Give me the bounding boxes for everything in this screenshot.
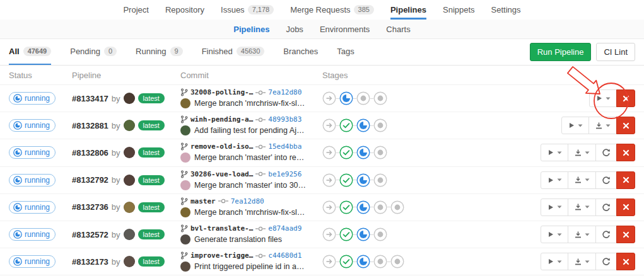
avatar[interactable] xyxy=(124,120,135,131)
stage-skipped-arrow-icon[interactable] xyxy=(322,173,336,187)
avatar[interactable] xyxy=(124,147,135,158)
pipeline-id-link[interactable]: #8133417 xyxy=(72,94,108,103)
stage-passed-check-icon[interactable] xyxy=(339,200,353,214)
stage-passed-check-icon[interactable] xyxy=(339,173,353,187)
stage-created-dot-icon[interactable] xyxy=(356,91,370,105)
commit-sha-link[interactable]: 15ed4bba xyxy=(268,142,302,151)
stage-running-icon[interactable] xyxy=(356,255,370,268)
commit-sha-link[interactable]: c44680d1 xyxy=(268,251,302,260)
play-dropdown-button[interactable] xyxy=(541,198,568,216)
branch-link[interactable]: 30286-vue-load… xyxy=(190,170,253,178)
retry-pipeline-button[interactable] xyxy=(595,198,617,216)
stage-running-icon[interactable] xyxy=(356,146,370,159)
tab-tags[interactable]: Tags xyxy=(337,39,354,65)
cancel-pipeline-button[interactable] xyxy=(616,117,635,134)
ci-lint-button[interactable]: CI Lint xyxy=(596,43,635,61)
subnav-item-jobs[interactable]: Jobs xyxy=(286,25,303,34)
branch-link[interactable]: winh-pending-a… xyxy=(190,115,253,124)
stage-created-dot-icon[interactable] xyxy=(373,173,387,187)
subnav-item-charts[interactable]: Charts xyxy=(386,25,410,34)
stage-skipped-arrow-icon[interactable] xyxy=(322,200,336,214)
download-artifacts-dropdown-button[interactable] xyxy=(568,198,596,216)
avatar[interactable] xyxy=(124,175,135,186)
stage-created-dot-icon[interactable] xyxy=(373,118,387,132)
commit-message-link[interactable]: Merge branch 'mrchrisw-fix-sl… xyxy=(194,208,305,217)
branch-link[interactable]: bvl-translate-… xyxy=(190,224,253,233)
stage-skipped-arrow-icon[interactable] xyxy=(322,118,336,132)
pipeline-id-link[interactable]: #8132173 xyxy=(72,257,108,267)
status-badge-running[interactable]: running xyxy=(9,174,56,187)
stage-passed-check-icon[interactable] xyxy=(339,146,353,159)
commit-author-avatar[interactable] xyxy=(180,262,190,272)
nav-item-pipelines[interactable]: Pipelines xyxy=(390,0,426,20)
nav-item-snippets[interactable]: Snippets xyxy=(443,0,475,20)
commit-author-avatar[interactable] xyxy=(180,207,190,217)
stage-skipped-arrow-icon[interactable] xyxy=(322,91,336,105)
commit-sha-link[interactable]: 48993b83 xyxy=(268,115,302,124)
stage-created-dot-icon[interactable] xyxy=(390,255,404,268)
branch-link[interactable]: master xyxy=(190,197,216,205)
stage-skipped-arrow-icon[interactable] xyxy=(322,146,336,159)
status-badge-running[interactable]: running xyxy=(9,92,56,105)
stage-running-icon[interactable] xyxy=(356,118,370,132)
commit-message-link[interactable]: Merge branch 'mrchrisw-fix-sl… xyxy=(194,99,305,108)
stage-created-dot-icon[interactable] xyxy=(373,91,387,105)
commit-message-link[interactable]: Merge branch 'master' into 30… xyxy=(194,181,306,190)
status-badge-running[interactable]: running xyxy=(9,119,56,132)
commit-sha-link[interactable]: e874aad9 xyxy=(268,224,302,233)
stage-running-icon[interactable] xyxy=(356,227,370,241)
play-dropdown-button[interactable] xyxy=(541,144,568,161)
play-dropdown-button[interactable] xyxy=(541,171,568,189)
commit-author-avatar[interactable] xyxy=(180,125,190,135)
stage-passed-check-icon[interactable] xyxy=(339,255,353,268)
download-artifacts-dropdown-button[interactable] xyxy=(568,171,596,189)
retry-pipeline-button[interactable] xyxy=(595,144,617,161)
branch-link[interactable]: 32008-polling-… xyxy=(190,88,253,96)
branch-link[interactable]: remove-old-iso… xyxy=(190,142,253,151)
pipeline-id-link[interactable]: #8132792 xyxy=(72,175,108,185)
stage-running-icon[interactable] xyxy=(356,200,370,214)
status-badge-running[interactable]: running xyxy=(9,146,56,159)
commit-sha-link[interactable]: be1e9256 xyxy=(268,170,302,178)
status-badge-running[interactable]: running xyxy=(9,201,56,214)
commit-author-avatar[interactable] xyxy=(180,234,190,244)
download-artifacts-dropdown-button[interactable] xyxy=(588,117,617,134)
retry-pipeline-button[interactable] xyxy=(595,253,617,270)
cancel-pipeline-button[interactable] xyxy=(616,89,635,107)
pipeline-id-link[interactable]: #8132736 xyxy=(72,202,108,212)
commit-author-avatar[interactable] xyxy=(180,98,190,108)
commit-author-avatar[interactable] xyxy=(180,152,190,163)
retry-pipeline-button[interactable] xyxy=(595,171,617,189)
stage-created-dot-icon[interactable] xyxy=(373,255,387,268)
nav-item-merge-requests[interactable]: Merge Requests385 xyxy=(290,0,374,20)
subnav-item-pipelines[interactable]: Pipelines xyxy=(233,25,269,34)
play-dropdown-button[interactable] xyxy=(541,226,568,243)
cancel-pipeline-button[interactable] xyxy=(616,253,635,270)
stage-skipped-arrow-icon[interactable] xyxy=(322,255,336,268)
nav-item-settings[interactable]: Settings xyxy=(491,0,521,20)
play-dropdown-button[interactable] xyxy=(541,253,568,270)
commit-author-avatar[interactable] xyxy=(180,180,190,190)
stage-running-icon[interactable] xyxy=(339,91,353,105)
avatar[interactable] xyxy=(124,202,135,213)
commit-sha-link[interactable]: 7ea12d80 xyxy=(231,197,264,205)
commit-message-link[interactable]: Generate translation files xyxy=(194,235,282,244)
cancel-pipeline-button[interactable] xyxy=(616,144,635,161)
stage-created-dot-icon[interactable] xyxy=(373,227,387,241)
cancel-pipeline-button[interactable] xyxy=(616,198,635,216)
status-badge-running[interactable]: running xyxy=(9,255,56,268)
tab-branches[interactable]: Branches xyxy=(283,39,318,65)
status-badge-running[interactable]: running xyxy=(9,228,56,241)
tab-running[interactable]: Running9 xyxy=(136,39,183,65)
avatar[interactable] xyxy=(124,93,135,104)
download-artifacts-dropdown-button[interactable] xyxy=(568,253,596,270)
download-artifacts-dropdown-button[interactable] xyxy=(568,226,596,243)
nav-item-repository[interactable]: Repository xyxy=(165,0,204,20)
play-dropdown-button[interactable] xyxy=(561,117,589,134)
stage-created-dot-icon[interactable] xyxy=(373,146,387,159)
commit-message-link[interactable]: Add failing test for pending Aj… xyxy=(194,126,304,135)
cancel-pipeline-button[interactable] xyxy=(616,171,635,189)
stage-passed-check-icon[interactable] xyxy=(339,227,353,241)
stage-skipped-arrow-icon[interactable] xyxy=(322,227,336,241)
download-artifacts-dropdown-button[interactable] xyxy=(568,144,596,161)
